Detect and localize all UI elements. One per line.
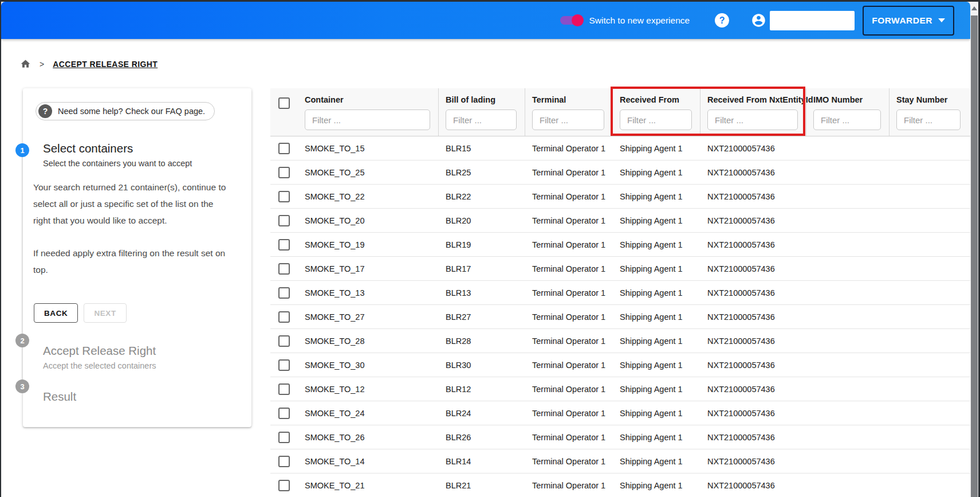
row-checkbox[interactable]: [278, 263, 290, 275]
step-2-header: Accept Release Right Accept the selected…: [43, 343, 235, 372]
filter-input-container[interactable]: [305, 109, 430, 130]
home-icon[interactable]: [20, 58, 31, 69]
table-row[interactable]: SMOKE_TO_19 BLR19 Terminal Operator 1 Sh…: [270, 233, 980, 257]
row-checkbox-cell: [270, 449, 298, 473]
breadcrumb-current-link[interactable]: ACCEPT RELEASE RIGHT: [53, 60, 158, 69]
cell-container: SMOKE_TO_25: [298, 161, 439, 184]
cell-bill-of-lading: BLR30: [439, 353, 525, 377]
cell-imo-number: [806, 185, 890, 208]
column-label-received-from-nxtentityid[interactable]: Received From NxtEntityId: [707, 95, 798, 104]
table-row[interactable]: SMOKE_TO_27 BLR27 Terminal Operator 1 Sh…: [270, 305, 980, 329]
row-checkbox[interactable]: [278, 167, 290, 178]
step-1-badge: 1: [15, 143, 29, 157]
scrollbar-thumb[interactable]: [971, 15, 978, 497]
column-label-imo-number[interactable]: IMO Number: [813, 95, 881, 104]
table-row[interactable]: SMOKE_TO_13 BLR13 Terminal Operator 1 Sh…: [270, 281, 980, 305]
row-checkbox[interactable]: [278, 456, 290, 467]
table-row[interactable]: SMOKE_TO_30 BLR30 Terminal Operator 1 Sh…: [270, 353, 980, 377]
table-row[interactable]: SMOKE_TO_22 BLR22 Terminal Operator 1 Sh…: [270, 185, 980, 209]
filter-input-imo-number[interactable]: [813, 109, 881, 130]
scroll-up-icon[interactable]: [971, 6, 977, 10]
help-icon[interactable]: ?: [715, 13, 729, 28]
cell-imo-number: [806, 473, 890, 497]
row-checkbox-cell: [270, 377, 298, 401]
cell-bill-of-lading: BLR25: [439, 161, 525, 184]
filter-input-terminal[interactable]: [532, 109, 604, 130]
cell-received-from-nxtentityid: NXT21000057436: [700, 281, 806, 304]
table-header-row: Container Bill of lading Terminal Receiv…: [270, 88, 980, 136]
table-row[interactable]: SMOKE_TO_26 BLR26 Terminal Operator 1 Sh…: [270, 425, 980, 449]
cell-bill-of-lading: BLR22: [439, 185, 525, 208]
cell-received-from-nxtentityid: NXT21000057436: [700, 209, 806, 232]
cell-stay-number: [890, 329, 969, 353]
breadcrumb: > ACCEPT RELEASE RIGHT: [20, 58, 970, 69]
back-button[interactable]: BACK: [34, 303, 78, 323]
faq-help-chip[interactable]: ? Need some help? Check our FAQ page.: [36, 102, 215, 120]
table-row[interactable]: SMOKE_TO_21 BLR21 Terminal Operator 1 Sh…: [270, 473, 980, 497]
filter-input-received-from[interactable]: [620, 109, 692, 130]
row-checkbox[interactable]: [278, 383, 290, 395]
cell-imo-number: [806, 161, 890, 184]
table-row[interactable]: SMOKE_TO_20 BLR20 Terminal Operator 1 Sh…: [270, 209, 980, 233]
cell-received-from-nxtentityid: NXT21000057436: [700, 257, 806, 280]
table-row[interactable]: SMOKE_TO_24 BLR24 Terminal Operator 1 Sh…: [270, 401, 980, 425]
row-checkbox[interactable]: [278, 215, 290, 226]
cell-bill-of-lading: BLR13: [439, 281, 525, 304]
row-checkbox[interactable]: [278, 311, 290, 323]
role-selector-button[interactable]: FORWARDER: [863, 6, 954, 36]
table-row[interactable]: SMOKE_TO_25 BLR25 Terminal Operator 1 Sh…: [270, 161, 980, 185]
row-checkbox-cell: [270, 473, 298, 497]
cell-terminal: Terminal Operator 1: [525, 257, 613, 280]
row-checkbox[interactable]: [278, 239, 290, 251]
row-checkbox[interactable]: [278, 191, 290, 202]
row-checkbox[interactable]: [278, 143, 290, 154]
select-all-checkbox[interactable]: [278, 97, 290, 109]
account-icon[interactable]: [751, 13, 766, 28]
filter-input-bill-of-lading[interactable]: [446, 109, 517, 130]
cell-bill-of-lading: BLR21: [439, 473, 525, 497]
browser-scrollbar[interactable]: [970, 2, 978, 497]
column-label-terminal[interactable]: Terminal: [532, 95, 604, 104]
column-label-received-from[interactable]: Received From: [620, 95, 692, 104]
row-checkbox[interactable]: [278, 480, 290, 491]
cell-stay-number: [890, 209, 969, 232]
row-checkbox[interactable]: [278, 287, 290, 299]
select-all-cell: [270, 88, 298, 136]
cell-stay-number: [890, 449, 969, 473]
table-row[interactable]: SMOKE_TO_15 BLR15 Terminal Operator 1 Sh…: [270, 136, 980, 161]
cell-received-from-nxtentityid: NXT21000057436: [700, 473, 806, 497]
column-label-stay-number[interactable]: Stay Number: [896, 95, 961, 104]
column-header-stay-number: Stay Number: [890, 88, 969, 136]
row-checkbox[interactable]: [278, 359, 290, 371]
cell-terminal: Terminal Operator 1: [525, 425, 613, 449]
table-row[interactable]: SMOKE_TO_14 BLR14 Terminal Operator 1 Sh…: [270, 449, 980, 473]
cell-imo-number: [806, 281, 890, 304]
filter-input-received-from-nxtentityid[interactable]: [707, 109, 798, 130]
table-row[interactable]: SMOKE_TO_12 BLR12 Terminal Operator 1 Sh…: [270, 377, 980, 401]
cell-received-from-nxtentityid: NXT21000057436: [700, 185, 806, 208]
search-result-summary: Your search returned 21 container(s), co…: [33, 179, 231, 229]
cell-imo-number: [806, 449, 890, 473]
cell-received-from: Shipping Agent 1: [613, 449, 700, 473]
next-button[interactable]: NEXT: [84, 303, 126, 323]
cell-imo-number: [806, 257, 890, 280]
filter-input-stay-number[interactable]: [896, 109, 961, 130]
cell-terminal: Terminal Operator 1: [525, 401, 613, 425]
column-label-container[interactable]: Container: [305, 95, 430, 104]
cell-container: SMOKE_TO_21: [298, 473, 439, 497]
username-field[interactable]: [770, 11, 855, 30]
step-1-title: Select containers: [43, 141, 235, 156]
wizard-stepper-card: 1 2 3 ? Need some help? Check our FAQ pa…: [23, 88, 251, 427]
row-checkbox[interactable]: [278, 432, 290, 443]
row-checkbox[interactable]: [278, 335, 290, 347]
table-row[interactable]: SMOKE_TO_17 BLR17 Terminal Operator 1 Sh…: [270, 257, 980, 281]
table-row[interactable]: SMOKE_TO_28 BLR28 Terminal Operator 1 Sh…: [270, 329, 980, 353]
cell-received-from-nxtentityid: NXT21000057436: [700, 377, 806, 401]
cell-bill-of-lading: BLR15: [439, 136, 525, 160]
row-checkbox-cell: [270, 281, 298, 304]
cell-stay-number: [890, 377, 969, 401]
column-label-bill-of-lading[interactable]: Bill of lading: [446, 95, 517, 104]
new-experience-toggle[interactable]: [560, 16, 582, 25]
cell-received-from-nxtentityid: NXT21000057436: [700, 401, 806, 425]
row-checkbox[interactable]: [278, 408, 290, 419]
